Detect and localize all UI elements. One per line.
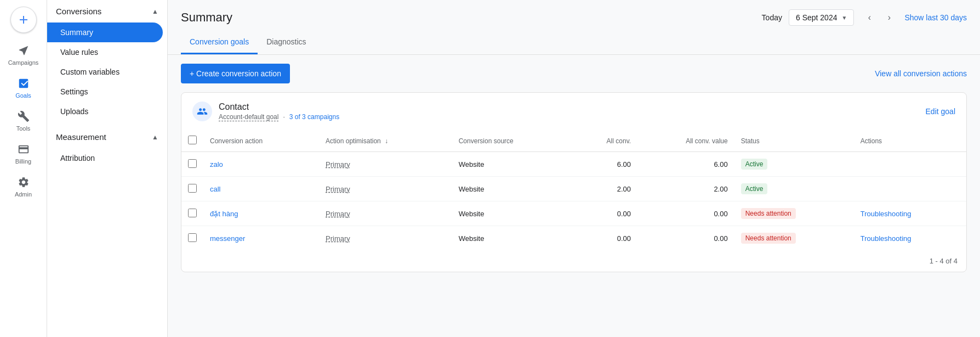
row-optimisation: Primary — [319, 152, 452, 177]
date-value: 6 Sept 2024 — [796, 13, 837, 22]
row-optimisation: Primary — [319, 177, 452, 201]
row-actions: Troubleshooting — [854, 226, 966, 251]
table-row: đặt hàng Primary Website 0.00 0.00 Needs… — [181, 201, 966, 226]
row-all-conv: 6.00 — [572, 152, 637, 177]
row-all-conv-value: 0.00 — [637, 226, 734, 251]
contact-goal-icon — [192, 102, 212, 121]
sidebar-tools-label: Tools — [16, 125, 31, 132]
goal-meta: Account-default goal · 3 of 3 campaigns — [219, 113, 339, 121]
optimisation-link[interactable]: Primary — [326, 160, 350, 168]
goal-card-header: Contact Account-default goal · 3 of 3 ca… — [181, 93, 966, 130]
conversions-chevron-icon: ▲ — [152, 8, 158, 15]
nav-item-custom-variables[interactable]: Custom variables — [47, 62, 163, 82]
view-all-link[interactable]: View all conversion actions — [875, 69, 967, 78]
row-checkbox-cell — [181, 177, 203, 201]
goal-tag[interactable]: Account-default goal — [219, 113, 278, 121]
nav-item-uploads[interactable]: Uploads — [47, 102, 163, 121]
row-optimisation: Primary — [319, 201, 452, 226]
select-all-checkbox[interactable] — [188, 136, 197, 144]
row-status: Active — [734, 177, 854, 201]
row-all-conv: 0.00 — [572, 201, 637, 226]
row-source: Website — [452, 201, 572, 226]
nav-value-rules-label: Value rules — [60, 48, 98, 57]
row-actions — [854, 152, 966, 177]
row-action: call — [203, 177, 319, 201]
tab-conversion-goals[interactable]: Conversion goals — [181, 31, 258, 54]
goal-campaigns-link[interactable]: 3 of 3 campaigns — [289, 113, 339, 121]
goal-card-contact: Contact Account-default goal · 3 of 3 ca… — [181, 92, 967, 272]
nav-uploads-label: Uploads — [60, 107, 88, 116]
prev-date-button[interactable]: ‹ — [861, 9, 878, 26]
optimisation-link[interactable]: Primary — [326, 210, 350, 218]
next-date-button[interactable]: › — [880, 9, 898, 26]
col-header-all-conv: All conv. — [572, 130, 637, 152]
row-status: Needs attention — [734, 226, 854, 251]
sort-icon: ↓ — [385, 137, 388, 145]
row-action: zalo — [203, 152, 319, 177]
troubleshooting-link[interactable]: Troubleshooting — [861, 210, 911, 218]
sidebar-item-admin[interactable]: Admin — [4, 171, 43, 202]
row-checkbox-cell — [181, 152, 203, 177]
sidebar-item-billing[interactable]: Billing — [4, 138, 43, 169]
measurement-chevron-icon: ▲ — [152, 133, 158, 141]
date-picker-chevron-icon: ▼ — [841, 15, 847, 21]
nav-settings-label: Settings — [60, 87, 88, 96]
conversion-action-link[interactable]: messenger — [210, 234, 245, 243]
table-select-all-header — [181, 130, 203, 152]
sidebar-item-goals[interactable]: Goals — [4, 72, 43, 103]
row-action: messenger — [203, 226, 319, 251]
row-all-conv: 2.00 — [572, 177, 637, 201]
tools-icon — [17, 110, 30, 123]
status-badge: Active — [741, 159, 768, 170]
status-badge: Needs attention — [741, 233, 796, 244]
edit-goal-button[interactable]: Edit goal — [926, 107, 955, 116]
conversion-action-link[interactable]: đặt hàng — [210, 210, 238, 218]
sidebar-item-campaigns[interactable]: Campaigns — [4, 40, 43, 70]
sidebar-item-tools[interactable]: Tools — [4, 105, 43, 136]
row-checkbox-cell — [181, 201, 203, 226]
nav-summary-label: Summary — [60, 28, 93, 37]
page-header: Summary Today 6 Sept 2024 ▼ ‹ › Show las… — [168, 0, 980, 31]
row-checkbox[interactable] — [188, 184, 197, 193]
row-checkbox[interactable] — [188, 233, 197, 242]
table-row: messenger Primary Website 0.00 0.00 Need… — [181, 226, 966, 251]
measurement-section-header[interactable]: Measurement ▲ — [47, 126, 167, 148]
row-checkbox[interactable] — [188, 159, 197, 168]
table-row: zalo Primary Website 6.00 6.00 Active — [181, 152, 966, 177]
date-picker[interactable]: 6 Sept 2024 ▼ — [789, 9, 854, 26]
pagination: 1 - 4 of 4 — [181, 250, 966, 272]
troubleshooting-link[interactable]: Troubleshooting — [861, 234, 911, 243]
conversion-action-link[interactable]: call — [210, 185, 221, 193]
sidebar-admin-label: Admin — [15, 191, 32, 198]
nav-item-settings[interactable]: Settings — [47, 82, 163, 102]
nav-item-attribution[interactable]: Attribution — [47, 148, 163, 168]
admin-icon — [17, 176, 30, 189]
conversions-section-header[interactable]: Conversions ▲ — [47, 0, 167, 23]
tabs-bar: Conversion goals Diagnostics — [168, 31, 980, 55]
create-button[interactable] — [10, 7, 37, 33]
col-header-status: Status — [734, 130, 854, 152]
row-all-conv-value: 0.00 — [637, 201, 734, 226]
row-checkbox[interactable] — [188, 209, 197, 217]
tab-diagnostics[interactable]: Diagnostics — [258, 31, 315, 54]
row-action: đặt hàng — [203, 201, 319, 226]
nav-item-summary[interactable]: Summary — [47, 23, 163, 42]
show-last-button[interactable]: Show last 30 days — [904, 13, 967, 22]
sidebar-goals-label: Goals — [15, 92, 31, 99]
col-header-all-conv-value: All conv. value — [637, 130, 734, 152]
row-actions — [854, 177, 966, 201]
main-content: Summary Today 6 Sept 2024 ▼ ‹ › Show las… — [168, 0, 980, 337]
date-nav-arrows: ‹ › — [861, 9, 898, 26]
sidebar: Campaigns Goals Tools Billing — [0, 0, 47, 337]
row-status: Needs attention — [734, 201, 854, 226]
optimisation-link[interactable]: Primary — [326, 234, 350, 243]
nav-item-value-rules[interactable]: Value rules — [47, 42, 163, 62]
col-header-actions: Actions — [854, 130, 966, 152]
conversion-action-link[interactable]: zalo — [210, 160, 223, 168]
create-conversion-action-button[interactable]: + Create conversion action — [181, 64, 290, 83]
col-header-action: Conversion action — [203, 130, 319, 152]
measurement-label: Measurement — [56, 132, 106, 142]
sidebar-billing-label: Billing — [15, 158, 31, 165]
optimisation-link[interactable]: Primary — [326, 185, 350, 193]
page-title: Summary — [181, 10, 232, 25]
